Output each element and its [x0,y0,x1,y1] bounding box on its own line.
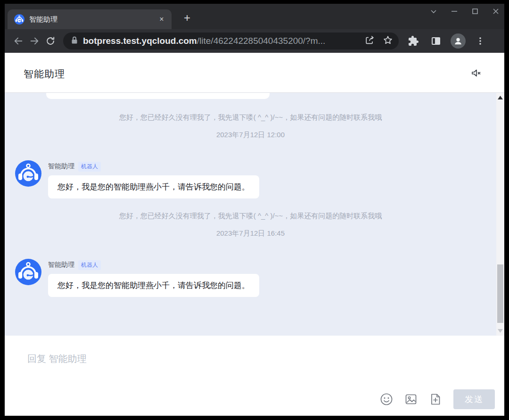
chat-area: 您好，您已经好久没有理我了，我先退下喽( ^_^ )/~~，如果还有问题的随时联… [5,93,504,336]
system-message: 您好，您已经好久没有理我了，我先退下喽( ^_^ )/~~，如果还有问题的随时联… [5,113,496,122]
window-minimize-icon[interactable] [451,8,458,15]
window-close-icon[interactable] [492,8,500,15]
back-icon[interactable] [10,33,26,49]
bot-message-bubble: 您好，我是您的智能助理燕小千，请告诉我您的问题。 [48,175,259,198]
menu-dots-icon[interactable] [472,33,488,49]
bot-message-bubble: 您好，我是您的智能助理燕小千，请告诉我您的问题。 [48,274,259,297]
bot-message-group: 智能助理 机器人 您好，我是您的智能助理燕小千，请告诉我您的问题。 [5,160,496,198]
system-message: 您好，您已经好久没有理我了，我先退下喽( ^_^ )/~~，如果还有问题的随时联… [5,212,496,221]
page-title: 智能助理 [24,67,65,81]
mute-sound-icon[interactable] [470,67,482,79]
side-panel-icon[interactable] [428,33,444,49]
scroll-down-icon[interactable] [496,327,504,335]
browser-toolbar: botpress.test.yqcloud.com/lite/462242285… [5,29,504,53]
new-tab-button[interactable]: + [180,11,194,25]
tab-close-icon[interactable]: × [157,15,166,24]
timestamp: 2023年7月12日 12:00 [5,131,496,140]
window-chevron-icon[interactable] [430,8,437,15]
scrollbar-thumb[interactable] [497,264,503,323]
browser-tab[interactable]: 智能助理 × [8,9,172,29]
timestamp: 2023年7月12日 16:45 [5,229,496,238]
emoji-icon[interactable] [380,393,393,406]
tab-title: 智能助理 [29,15,157,24]
robot-badge: 机器人 [78,260,101,270]
forward-icon[interactable] [26,33,42,49]
browser-window: 智能助理 × + [5,4,504,416]
window-controls [430,8,500,15]
share-icon[interactable] [365,35,375,47]
file-upload-icon[interactable] [429,393,442,406]
partial-message-bubble [46,93,270,99]
bot-message-group: 智能助理 机器人 您好，我是您的智能助理燕小千，请告诉我您的问题。 [5,259,496,297]
chat-header: 智能助理 [5,53,504,93]
window-maximize-icon[interactable] [471,8,479,15]
sender-name: 智能助理 [48,162,74,171]
bot-avatar-icon[interactable] [15,160,41,187]
chat-scrollbar[interactable] [496,93,504,336]
bot-favicon-icon [14,14,25,25]
sender-name: 智能助理 [48,261,74,269]
composer-toolbar: 发送 [380,389,495,409]
profile-avatar[interactable] [451,33,466,49]
message-composer: 发送 [5,336,504,416]
image-upload-icon[interactable] [404,393,418,406]
robot-badge: 机器人 [78,162,101,172]
reload-icon[interactable] [42,33,58,49]
extensions-puzzle-icon[interactable] [405,33,421,49]
bot-avatar-icon[interactable] [15,259,41,285]
send-button[interactable]: 发送 [453,389,495,409]
lock-icon[interactable] [71,36,78,46]
scroll-up-icon[interactable] [496,94,504,101]
bookmark-star-icon[interactable] [383,35,393,47]
url-path: /lite/462242285040435200/?m... [197,36,326,46]
url-text[interactable]: botpress.test.yqcloud.com/lite/462242285… [83,36,361,46]
tab-strip: 智能助理 × + [5,4,504,29]
reply-input[interactable] [27,353,310,392]
url-host: botpress.test.yqcloud.com [83,36,197,46]
screenshot-frame: 智能助理 × + [0,0,509,420]
address-bar[interactable]: botpress.test.yqcloud.com/lite/462242285… [63,33,399,49]
